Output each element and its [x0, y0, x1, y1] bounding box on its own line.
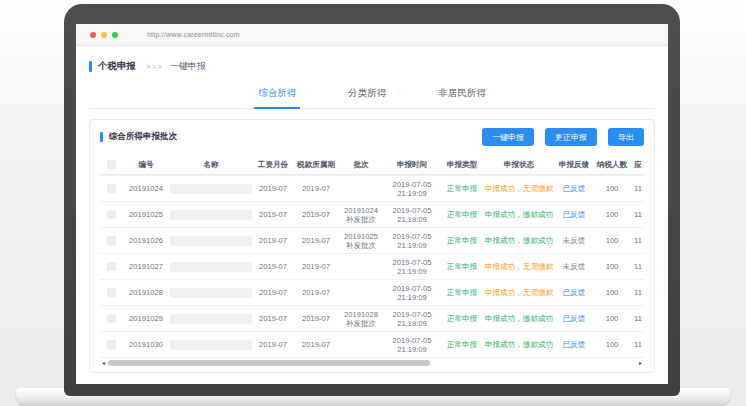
cell-declare-status: 申报成功，缴款成功 — [484, 210, 554, 219]
panel-header: 综合所得申报批次 一键申报 更正申报 导出 — [100, 128, 644, 146]
cell-declare-time: 2019-07-0521:19:09 — [384, 336, 440, 354]
cell-declare-type: 正常申报 — [440, 262, 484, 271]
cell-tax-period: 2019-07 — [294, 314, 338, 323]
cell-declare-status: 申报成功，无需缴款 — [484, 288, 554, 297]
cell-declare-feedback: 已反馈 — [554, 184, 594, 193]
time-line: 2019-07-05 — [393, 336, 432, 345]
name-placeholder — [170, 314, 252, 324]
time-line: 21:19:09 — [397, 215, 427, 224]
scrollbar-thumb[interactable] — [108, 360, 430, 366]
row-checkbox[interactable] — [107, 210, 116, 219]
table-row: 201910262019-072019-0720191025补发批次2019-0… — [100, 227, 644, 253]
cell-declare-feedback: 未反馈 — [554, 262, 594, 271]
row-checkbox-cell — [100, 236, 122, 245]
row-checkbox[interactable] — [107, 184, 116, 193]
header-checkbox-cell — [100, 160, 122, 169]
laptop-screen: http://www.careerintlinc.com 个税申报 >>> 一键… — [76, 24, 668, 384]
time-line: 21:19:09 — [397, 319, 427, 328]
address-bar[interactable]: http://www.careerintlinc.com — [147, 31, 240, 38]
cell-name — [170, 314, 252, 324]
scrollbar-track[interactable] — [106, 359, 638, 367]
time-line: 2019-07-05 — [393, 258, 432, 267]
column-header: 纳税人数 — [594, 160, 630, 169]
time-line: 21:19:09 — [397, 267, 427, 276]
cell-salary-month: 2019-07 — [252, 236, 294, 245]
cell-declare-status: 申报成功，缴款成功 — [484, 340, 554, 349]
row-checkbox[interactable] — [107, 288, 116, 297]
cell-declare-time: 2019-07-0521:19:09 — [384, 206, 440, 224]
cell-declare-status: 申报成功，无需缴款 — [484, 184, 554, 193]
maximize-window-dot[interactable] — [112, 32, 118, 38]
one-click-declare-button[interactable]: 一键申报 — [482, 128, 534, 146]
tab-item-2[interactable]: 非居民所得 — [434, 81, 490, 109]
row-checkbox[interactable] — [107, 340, 116, 349]
time-line: 21:19:09 — [397, 345, 427, 354]
table-row: 201910272019-072019-072019-07-0521:19:09… — [100, 253, 644, 279]
batch-panel: 综合所得申报批次 一键申报 更正申报 导出 编号名称工资月份税款所属期批次申报时… — [89, 119, 655, 373]
cell-declare-type: 正常申报 — [440, 288, 484, 297]
cell-batch: 20191028补发批次 — [338, 310, 384, 328]
cell-taxpayer-count: 100 — [594, 340, 630, 349]
cell-declare-type: 正常申报 — [440, 210, 484, 219]
correct-declare-button[interactable]: 更正申报 — [545, 128, 597, 146]
batch-line: 补发批次 — [346, 241, 376, 250]
time-line: 21:19:09 — [397, 189, 427, 198]
cell-tax-period: 2019-07 — [294, 184, 338, 193]
cell-id: 20191024 — [122, 184, 170, 193]
cell-declare-feedback: 已反馈 — [554, 314, 594, 323]
cell-taxpayer-count: 100 — [594, 184, 630, 193]
minimize-window-dot[interactable] — [101, 32, 107, 38]
row-checkbox[interactable] — [107, 262, 116, 271]
laptop-frame: http://www.careerintlinc.com 个税申报 >>> 一键… — [64, 4, 680, 396]
tab-item-0[interactable]: 综合所得 — [254, 81, 300, 109]
batch-line: 20191025 — [344, 232, 378, 241]
cell-name — [170, 288, 252, 298]
table-row: 201910302019-072019-072019-07-0521:19:09… — [100, 331, 644, 357]
cell-declare-feedback: 已反馈 — [554, 288, 594, 297]
column-header: 申报类型 — [440, 160, 484, 169]
cell-clipped: 11 — [630, 236, 644, 245]
cell-id: 20191030 — [122, 340, 170, 349]
row-checkbox[interactable] — [107, 314, 116, 323]
time-line: 21:19:09 — [397, 241, 427, 250]
title-accent-bar — [89, 61, 92, 72]
cell-salary-month: 2019-07 — [252, 314, 294, 323]
name-placeholder — [170, 210, 252, 220]
browser-chrome: http://www.careerintlinc.com — [76, 24, 668, 46]
tab-item-1[interactable]: 分类所得 — [344, 81, 390, 109]
row-checkbox-cell — [100, 262, 122, 271]
name-placeholder — [170, 236, 252, 246]
cell-id: 20191026 — [122, 236, 170, 245]
cell-batch: 20191024补发批次 — [338, 206, 384, 224]
cell-clipped: 11 — [630, 288, 644, 297]
cell-id: 20191029 — [122, 314, 170, 323]
table-row: 201910252019-072019-0720191024补发批次2019-0… — [100, 201, 644, 227]
export-button[interactable]: 导出 — [608, 128, 644, 146]
row-checkbox[interactable] — [107, 236, 116, 245]
cell-declare-status: 申报成功，缴款成功 — [484, 236, 554, 245]
cell-name — [170, 184, 252, 194]
cell-declare-type: 正常申报 — [440, 314, 484, 323]
cell-declare-time: 2019-07-0521:19:09 — [384, 284, 440, 302]
name-placeholder — [170, 288, 252, 298]
cell-declare-time: 2019-07-0521:19:09 — [384, 232, 440, 250]
cell-salary-month: 2019-07 — [252, 288, 294, 297]
column-header: 编号 — [122, 160, 170, 169]
cell-declare-feedback: 未反馈 — [554, 236, 594, 245]
select-all-checkbox[interactable] — [107, 160, 116, 169]
cell-salary-month: 2019-07 — [252, 184, 294, 193]
column-header: 税款所属期 — [294, 160, 338, 169]
cell-id: 20191027 — [122, 262, 170, 271]
page-background: http://www.careerintlinc.com 个税申报 >>> 一键… — [0, 0, 746, 406]
cell-declare-type: 正常申报 — [440, 236, 484, 245]
row-checkbox-cell — [100, 288, 122, 297]
column-header-clipped: 应 — [630, 160, 644, 169]
cell-declare-feedback: 已反馈 — [554, 340, 594, 349]
close-window-dot[interactable] — [90, 32, 96, 38]
table-header-row: 编号名称工资月份税款所属期批次申报时间申报类型申报状态申报反馈纳税人数应 — [100, 154, 644, 175]
cell-clipped: 11 — [630, 262, 644, 271]
scroll-right-arrow[interactable]: ► — [638, 358, 643, 368]
declaration-table: 编号名称工资月份税款所属期批次申报时间申报类型申报状态申报反馈纳税人数应 201… — [100, 154, 644, 357]
cell-salary-month: 2019-07 — [252, 210, 294, 219]
cell-batch: 20191025补发批次 — [338, 232, 384, 250]
